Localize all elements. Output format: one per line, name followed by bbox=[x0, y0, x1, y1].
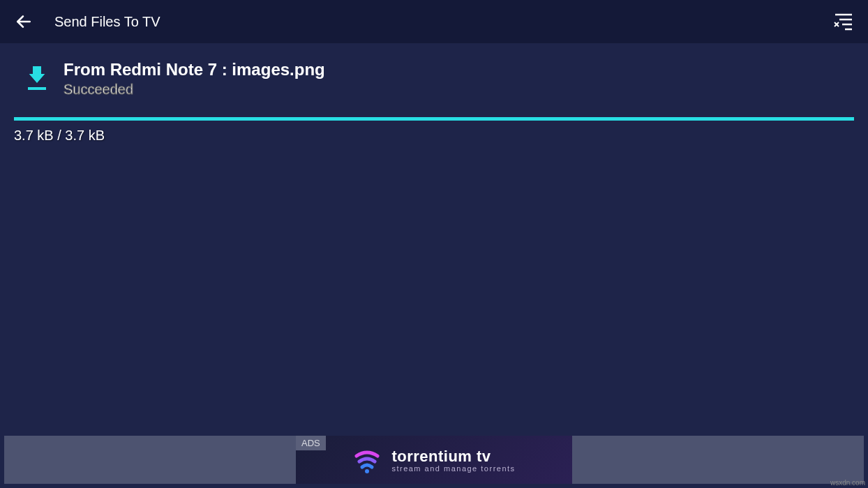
ad-brand-subtitle: stream and manage torrents bbox=[391, 464, 515, 473]
transfer-title: From Redmi Note 7 : images.png bbox=[63, 60, 854, 79]
header-left-group: Send Files To TV bbox=[14, 12, 160, 31]
clear-list-icon bbox=[831, 12, 853, 31]
transfer-status: Succeeded bbox=[63, 82, 854, 98]
ad-text-group: torrentium tv stream and manage torrents bbox=[391, 448, 515, 473]
app-title: Send Files To TV bbox=[54, 14, 160, 30]
svg-marker-7 bbox=[29, 66, 45, 83]
back-arrow-icon bbox=[15, 13, 33, 31]
download-icon bbox=[24, 64, 50, 92]
transfer-size-text: 3.7 kB / 3.7 kB bbox=[14, 128, 854, 144]
app-header: Send Files To TV bbox=[0, 0, 868, 43]
ads-label: ADS bbox=[296, 436, 326, 450]
ad-content: ADS torrentium tv stream and manage torr… bbox=[296, 436, 572, 484]
progress-bar bbox=[14, 117, 854, 121]
ad-brand-title: torrentium tv bbox=[391, 448, 491, 466]
svg-point-9 bbox=[365, 469, 369, 473]
clear-list-button[interactable] bbox=[830, 10, 854, 33]
transfer-item[interactable]: From Redmi Note 7 : images.png Succeeded bbox=[14, 60, 854, 98]
content-area: From Redmi Note 7 : images.png Succeeded… bbox=[0, 43, 868, 144]
ad-logo-icon bbox=[352, 445, 382, 475]
back-button[interactable] bbox=[14, 12, 33, 31]
transfer-info: From Redmi Note 7 : images.png Succeeded bbox=[63, 60, 854, 98]
ad-banner[interactable]: ADS torrentium tv stream and manage torr… bbox=[4, 436, 864, 484]
watermark: wsxdn.com bbox=[830, 479, 865, 487]
